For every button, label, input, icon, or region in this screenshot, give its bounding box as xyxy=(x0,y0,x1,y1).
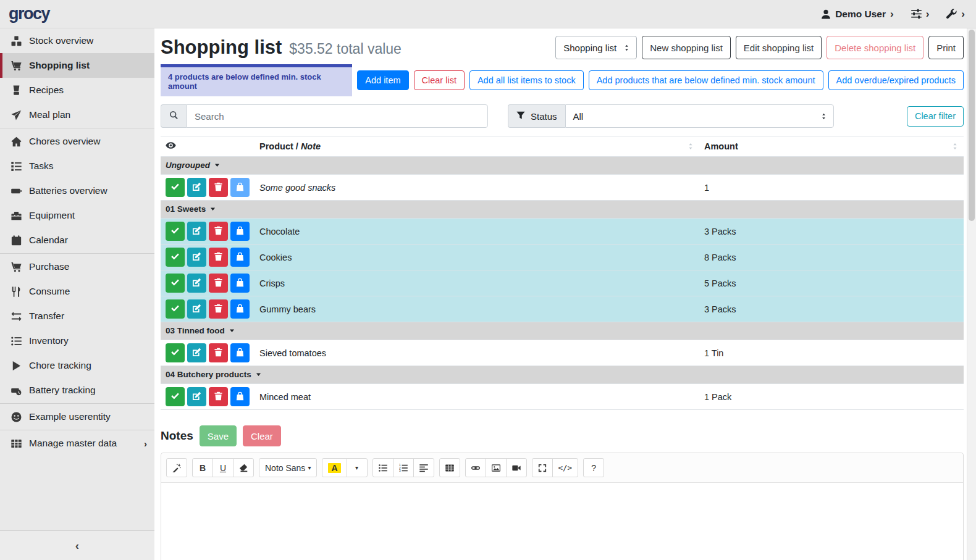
product-column-header[interactable]: Product / Note xyxy=(255,136,699,157)
row-add-to-stock-button[interactable] xyxy=(230,222,250,241)
select-arrows-icon xyxy=(623,44,630,51)
sidebar-item-shopping-list[interactable]: Shopping list xyxy=(0,53,154,78)
sidebar-item-inventory[interactable]: Inventory xyxy=(0,328,154,353)
group-name: 04 Butchery products xyxy=(166,370,251,379)
unordered-list-button[interactable] xyxy=(372,458,393,477)
row-delete-button[interactable] xyxy=(209,178,228,197)
highlight-color-picker-button[interactable]: ▾ xyxy=(347,458,368,477)
app-logo[interactable]: grocy xyxy=(9,4,49,23)
sidebar-item-tasks[interactable]: Tasks xyxy=(0,154,154,178)
add-below-min-button[interactable]: Add products that are below defined min.… xyxy=(589,70,823,90)
add-overdue-button[interactable]: Add overdue/expired products xyxy=(828,70,964,90)
row-add-to-stock-button[interactable] xyxy=(230,343,250,362)
row-add-to-stock-button[interactable] xyxy=(230,274,250,293)
sidebar-item-recipes[interactable]: Recipes xyxy=(0,78,154,102)
row-delete-button[interactable] xyxy=(209,343,228,362)
row-edit-button[interactable] xyxy=(187,222,206,241)
help-button[interactable]: ? xyxy=(583,458,604,477)
visibility-toggle-icon[interactable] xyxy=(166,140,176,151)
below-min-stock-alert[interactable]: 4 products are below defined min. stock … xyxy=(161,64,352,96)
sidebar-item-meal-plan[interactable]: Meal plan xyxy=(0,102,154,127)
save-notes-button[interactable]: Save xyxy=(200,425,237,446)
row-done-button[interactable] xyxy=(166,248,185,267)
user-menu[interactable]: Demo User › xyxy=(821,9,894,20)
add-item-button[interactable]: Add item xyxy=(357,70,408,90)
row-add-to-stock-button[interactable] xyxy=(230,299,250,319)
clear-filter-button[interactable]: Clear filter xyxy=(907,106,964,127)
group-header-row-01-sweets[interactable]: 01 Sweets xyxy=(161,201,964,219)
row-done-button[interactable] xyxy=(166,274,185,293)
sidebar-item-chore-tracking[interactable]: Chore tracking xyxy=(0,353,154,378)
insert-picture-button[interactable] xyxy=(486,458,507,477)
row-add-to-stock-button[interactable] xyxy=(230,387,250,406)
font-name-button[interactable]: Noto Sans▾ xyxy=(259,458,317,477)
underline-button[interactable]: U xyxy=(212,458,233,477)
sidebar-item-stock-overview[interactable]: Stock overview xyxy=(0,28,154,53)
bold-button[interactable]: B xyxy=(192,458,213,477)
row-delete-button[interactable] xyxy=(209,222,228,241)
row-done-button[interactable] xyxy=(166,178,185,197)
insert-video-button[interactable] xyxy=(506,458,527,477)
row-edit-button[interactable] xyxy=(187,248,206,267)
admin-menu[interactable]: › xyxy=(946,9,965,19)
print-button[interactable]: Print xyxy=(928,36,964,59)
highlight-color-button[interactable]: A xyxy=(322,458,347,477)
row-delete-button[interactable] xyxy=(209,274,228,293)
notes-editor-area[interactable] xyxy=(161,483,963,560)
group-header-row-ungrouped[interactable]: Ungrouped xyxy=(161,157,964,175)
amount-column-header[interactable]: Amount xyxy=(699,136,964,157)
sidebar-item-battery-tracking[interactable]: Battery tracking xyxy=(0,378,154,403)
sort-icon xyxy=(951,143,959,150)
row-done-button[interactable] xyxy=(166,343,185,362)
delete-shopping-list-button[interactable]: Delete shopping list xyxy=(827,36,923,59)
sidebar-item-label: Recipes xyxy=(29,85,64,96)
clear-notes-button[interactable]: Clear xyxy=(243,425,281,446)
search-input[interactable] xyxy=(187,104,488,128)
row-delete-button[interactable] xyxy=(209,248,228,267)
caret-down-icon xyxy=(255,370,262,380)
paragraph-align-button[interactable] xyxy=(413,458,434,477)
new-shopping-list-button[interactable]: New shopping list xyxy=(642,36,731,59)
tasks-icon xyxy=(11,161,22,172)
magic-style-button[interactable] xyxy=(166,458,187,477)
scrollbar-thumb[interactable] xyxy=(969,30,975,221)
row-delete-button[interactable] xyxy=(209,387,228,406)
row-edit-button[interactable] xyxy=(187,343,206,362)
edit-shopping-list-button[interactable]: Edit shopping list xyxy=(736,36,822,59)
sidebar-item-purchase[interactable]: Purchase xyxy=(0,254,154,279)
code-view-button[interactable]: </> xyxy=(552,458,579,477)
row-edit-button[interactable] xyxy=(187,274,206,293)
insert-link-button[interactable] xyxy=(465,458,486,477)
row-edit-button[interactable] xyxy=(187,178,206,197)
sidebar-item-example-userentity[interactable]: Example userentity xyxy=(0,404,154,429)
row-delete-button[interactable] xyxy=(209,299,228,319)
sidebar-collapse-button[interactable]: ‹ xyxy=(0,530,154,560)
sidebar-item-chores-overview[interactable]: Chores overview xyxy=(0,129,154,154)
ordered-list-button[interactable]: 123 xyxy=(393,458,414,477)
battery-clock-icon xyxy=(11,385,22,396)
settings-menu[interactable]: › xyxy=(911,9,930,19)
row-done-button[interactable] xyxy=(166,222,185,241)
sidebar-item-equipment[interactable]: Equipment xyxy=(0,203,154,228)
status-select[interactable]: All xyxy=(565,104,834,128)
row-add-to-stock-button[interactable] xyxy=(230,248,250,267)
sidebar-item-calendar[interactable]: Calendar xyxy=(0,228,154,253)
row-done-button[interactable] xyxy=(166,387,185,406)
sidebar-item-batteries-overview[interactable]: Batteries overview xyxy=(0,178,154,203)
insert-table-button[interactable] xyxy=(439,458,460,477)
group-header-row-03-tinned-food[interactable]: 03 Tinned food xyxy=(161,322,964,340)
group-header-row-04-butchery-products[interactable]: 04 Butchery products xyxy=(161,366,964,384)
row-edit-button[interactable] xyxy=(187,387,206,406)
add-all-to-stock-button[interactable]: Add all list items to stock xyxy=(469,70,584,90)
row-done-button[interactable] xyxy=(166,299,185,319)
sidebar-item-consume[interactable]: Consume xyxy=(0,279,154,304)
page-scrollbar[interactable] xyxy=(967,28,976,560)
clear-list-button[interactable]: Clear list xyxy=(414,70,465,90)
row-edit-button[interactable] xyxy=(187,299,206,319)
shopping-list-select[interactable]: Shopping list xyxy=(555,36,637,59)
fullscreen-button[interactable] xyxy=(532,458,553,477)
row-add-to-stock-button[interactable] xyxy=(230,178,250,197)
remove-format-button[interactable] xyxy=(233,458,254,477)
sidebar-item-manage-master-data[interactable]: Manage master data› xyxy=(0,431,154,456)
sidebar-item-transfer[interactable]: Transfer xyxy=(0,304,154,328)
